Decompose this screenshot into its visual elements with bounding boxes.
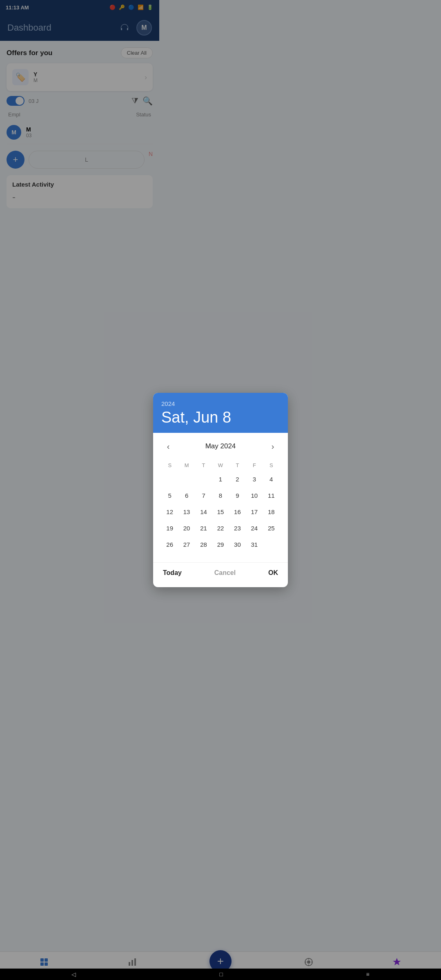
dialog-overlay xyxy=(0,0,159,345)
